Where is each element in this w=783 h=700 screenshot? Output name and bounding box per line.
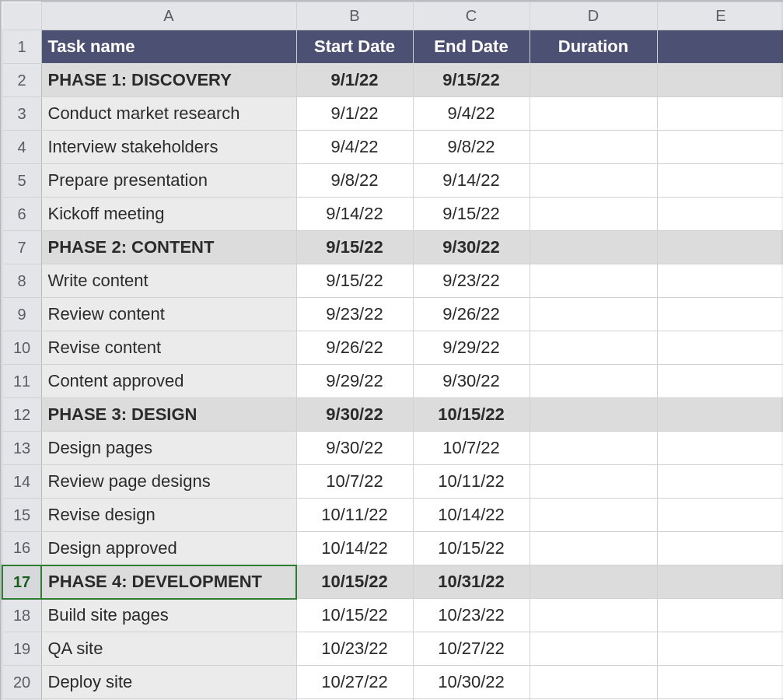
cell-A4[interactable]: Interview stakeholders: [41, 131, 296, 164]
cell-B16[interactable]: 10/14/22: [296, 532, 413, 565]
cell-C9[interactable]: 9/26/22: [413, 298, 530, 331]
cell-D13[interactable]: [530, 432, 657, 465]
cell-B4[interactable]: 9/4/22: [296, 131, 413, 164]
row-header-5[interactable]: 5: [2, 164, 41, 198]
cell-C16[interactable]: 10/15/22: [413, 532, 530, 565]
row-header-1[interactable]: 1: [2, 30, 41, 64]
row-header-3[interactable]: 3: [2, 97, 41, 131]
row-header-12[interactable]: 12: [2, 398, 41, 432]
cell-A12[interactable]: PHASE 3: DESIGN: [41, 398, 296, 432]
cell-B8[interactable]: 9/15/22: [296, 264, 413, 298]
grid[interactable]: A B C D E 1Task nameStart DateEnd DateDu…: [2, 2, 783, 700]
cell-B10[interactable]: 9/26/22: [296, 331, 413, 365]
cell-D20[interactable]: [530, 666, 657, 699]
cell-D7[interactable]: [530, 231, 657, 264]
cell-D4[interactable]: [530, 131, 657, 164]
cell-C13[interactable]: 10/7/22: [413, 432, 530, 465]
row-header-16[interactable]: 16: [2, 532, 41, 565]
cell-D19[interactable]: [530, 632, 657, 666]
cell-E20[interactable]: [657, 666, 783, 699]
cell-D9[interactable]: [530, 298, 657, 331]
cell-C17[interactable]: 10/31/22: [413, 565, 530, 599]
row-header-14[interactable]: 14: [2, 465, 41, 499]
cell-A10[interactable]: Revise content: [41, 331, 296, 365]
cell-E13[interactable]: [657, 432, 783, 465]
row-header-20[interactable]: 20: [2, 666, 41, 699]
cell-A3[interactable]: Conduct market research: [41, 97, 296, 131]
cell-B3[interactable]: 9/1/22: [296, 97, 413, 131]
cell-D14[interactable]: [530, 465, 657, 499]
cell-C14[interactable]: 10/11/22: [413, 465, 530, 499]
cell-C18[interactable]: 10/23/22: [413, 599, 530, 632]
row-header-15[interactable]: 15: [2, 499, 41, 532]
cell-A6[interactable]: Kickoff meeting: [41, 198, 296, 231]
cell-D5[interactable]: [530, 164, 657, 198]
cell-A16[interactable]: Design approved: [41, 532, 296, 565]
cell-C4[interactable]: 9/8/22: [413, 131, 530, 164]
cell-E12[interactable]: [657, 398, 783, 432]
cell-E10[interactable]: [657, 331, 783, 365]
cell-D8[interactable]: [530, 264, 657, 298]
cell-B5[interactable]: 9/8/22: [296, 164, 413, 198]
cell-C1[interactable]: End Date: [413, 30, 530, 64]
cell-C2[interactable]: 9/15/22: [413, 64, 530, 97]
cell-C20[interactable]: 10/30/22: [413, 666, 530, 699]
cell-E6[interactable]: [657, 198, 783, 231]
cell-E7[interactable]: [657, 231, 783, 264]
cell-E15[interactable]: [657, 499, 783, 532]
col-header-E[interactable]: E: [657, 2, 783, 30]
cell-D3[interactable]: [530, 97, 657, 131]
cell-A15[interactable]: Revise design: [41, 499, 296, 532]
cell-E17[interactable]: [657, 565, 783, 599]
cell-B18[interactable]: 10/15/22: [296, 599, 413, 632]
row-header-4[interactable]: 4: [2, 131, 41, 164]
col-header-D[interactable]: D: [530, 2, 657, 30]
row-header-7[interactable]: 7: [2, 231, 41, 264]
cell-B7[interactable]: 9/15/22: [296, 231, 413, 264]
cell-A5[interactable]: Prepare presentation: [41, 164, 296, 198]
cell-E11[interactable]: [657, 365, 783, 398]
cell-D6[interactable]: [530, 198, 657, 231]
col-header-A[interactable]: A: [41, 2, 296, 30]
cell-A17[interactable]: PHASE 4: DEVELOPMENT: [41, 565, 296, 599]
cell-B2[interactable]: 9/1/22: [296, 64, 413, 97]
cell-D10[interactable]: [530, 331, 657, 365]
col-header-C[interactable]: C: [413, 2, 530, 30]
cell-E3[interactable]: [657, 97, 783, 131]
cell-E1[interactable]: [657, 30, 783, 64]
cell-C3[interactable]: 9/4/22: [413, 97, 530, 131]
cell-E2[interactable]: [657, 64, 783, 97]
cell-D18[interactable]: [530, 599, 657, 632]
cell-A7[interactable]: PHASE 2: CONTENT: [41, 231, 296, 264]
cell-C15[interactable]: 10/14/22: [413, 499, 530, 532]
cell-B17[interactable]: 10/15/22: [296, 565, 413, 599]
cell-A8[interactable]: Write content: [41, 264, 296, 298]
cell-A20[interactable]: Deploy site: [41, 666, 296, 699]
cell-D12[interactable]: [530, 398, 657, 432]
cell-E8[interactable]: [657, 264, 783, 298]
cell-A14[interactable]: Review page designs: [41, 465, 296, 499]
cell-D16[interactable]: [530, 532, 657, 565]
row-header-6[interactable]: 6: [2, 198, 41, 231]
cell-D17[interactable]: [530, 565, 657, 599]
cell-A2[interactable]: PHASE 1: DISCOVERY: [41, 64, 296, 97]
row-header-2[interactable]: 2: [2, 64, 41, 97]
row-header-18[interactable]: 18: [2, 599, 41, 632]
cell-C8[interactable]: 9/23/22: [413, 264, 530, 298]
cell-E16[interactable]: [657, 532, 783, 565]
cell-B9[interactable]: 9/23/22: [296, 298, 413, 331]
cell-A9[interactable]: Review content: [41, 298, 296, 331]
row-header-8[interactable]: 8: [2, 264, 41, 298]
cell-A19[interactable]: QA site: [41, 632, 296, 666]
cell-B11[interactable]: 9/29/22: [296, 365, 413, 398]
cell-C11[interactable]: 9/30/22: [413, 365, 530, 398]
cell-D2[interactable]: [530, 64, 657, 97]
cell-C10[interactable]: 9/29/22: [413, 331, 530, 365]
cell-D1[interactable]: Duration: [530, 30, 657, 64]
cell-B14[interactable]: 10/7/22: [296, 465, 413, 499]
cell-E19[interactable]: [657, 632, 783, 666]
cell-B13[interactable]: 9/30/22: [296, 432, 413, 465]
cell-C7[interactable]: 9/30/22: [413, 231, 530, 264]
cell-B6[interactable]: 9/14/22: [296, 198, 413, 231]
cell-B12[interactable]: 9/30/22: [296, 398, 413, 432]
